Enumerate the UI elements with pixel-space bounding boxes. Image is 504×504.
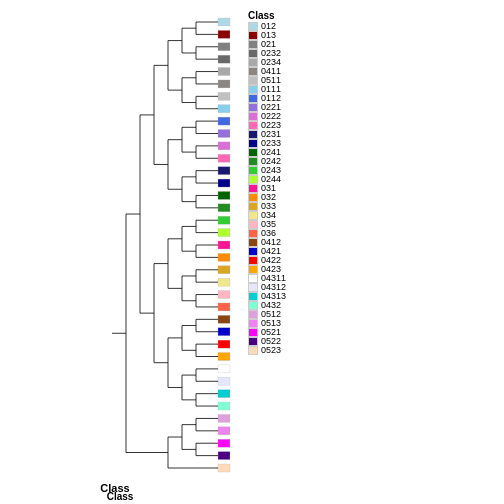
legend-color-box xyxy=(248,175,258,184)
legend-color-box xyxy=(248,301,258,310)
legend-color-box xyxy=(248,202,258,211)
legend-color-box xyxy=(248,157,258,166)
legend-color-box xyxy=(248,211,258,220)
legend-color-box xyxy=(248,220,258,229)
legend-color-box xyxy=(248,31,258,40)
legend-color-box xyxy=(248,130,258,139)
legend-color-box xyxy=(248,292,258,301)
legend: Class 0120130210232023404110511011101120… xyxy=(248,10,286,355)
legend-color-box xyxy=(248,94,258,103)
legend-color-box xyxy=(248,166,258,175)
legend-color-box xyxy=(248,112,258,121)
legend-item: 0523 xyxy=(248,346,286,355)
legend-color-box xyxy=(248,238,258,247)
legend-color-box xyxy=(248,247,258,256)
legend-label: 0523 xyxy=(261,346,281,355)
legend-color-box xyxy=(248,346,258,355)
legend-title: Class xyxy=(248,10,286,21)
main-container: Class 0120130210232023404110511011101120… xyxy=(0,0,504,504)
legend-color-box xyxy=(248,139,258,148)
legend-color-box xyxy=(248,256,258,265)
legend-color-box xyxy=(248,40,258,49)
legend-color-box xyxy=(248,328,258,337)
legend-color-box xyxy=(248,184,258,193)
legend-color-box xyxy=(248,274,258,283)
legend-color-box xyxy=(248,49,258,58)
legend-color-box xyxy=(248,22,258,31)
legend-color-box xyxy=(248,310,258,319)
legend-color-box xyxy=(248,148,258,157)
legend-color-box xyxy=(248,58,258,67)
legend-color-box xyxy=(248,85,258,94)
legend-color-box xyxy=(248,193,258,202)
legend-color-box xyxy=(248,337,258,346)
legend-color-box xyxy=(248,283,258,292)
x-axis-label: Class xyxy=(0,491,240,502)
legend-color-box xyxy=(248,319,258,328)
legend-color-box xyxy=(248,229,258,238)
legend-color-box xyxy=(248,67,258,76)
legend-color-box xyxy=(248,121,258,130)
legend-color-box xyxy=(248,103,258,112)
legend-color-box xyxy=(248,265,258,274)
legend-color-box xyxy=(248,76,258,85)
